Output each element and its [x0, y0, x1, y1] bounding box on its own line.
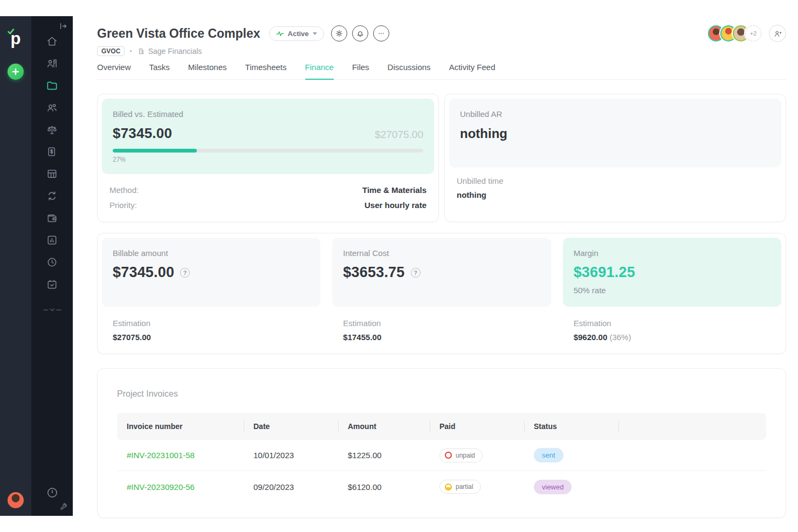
nav-home-icon[interactable]: [46, 35, 58, 47]
col-empty: [618, 421, 766, 432]
margin-estimation-percent: (36%): [609, 333, 631, 342]
tab-milestones[interactable]: Milestones: [188, 63, 227, 79]
tab-timesheets[interactable]: Timesheets: [245, 63, 287, 79]
add-button[interactable]: [8, 64, 24, 80]
nav-team-icon[interactable]: [46, 101, 58, 114]
unbilled-time-value: nothing: [457, 190, 774, 199]
current-user-avatar[interactable]: [8, 492, 24, 508]
invoice-link[interactable]: #INV-20231001-58: [127, 451, 195, 460]
col-invoice-number: Invoice number: [117, 421, 244, 432]
add-member-button[interactable]: [769, 25, 786, 42]
timer-icon[interactable]: [45, 486, 59, 500]
internal-cost-value: $3653.75: [343, 264, 404, 281]
margin-title: Margin: [574, 248, 771, 258]
billable-estimation-label: Estimation: [113, 319, 309, 328]
col-amount: Amount: [338, 421, 430, 432]
invoice-amount: $6120.00: [338, 482, 430, 492]
billed-card-title: Billed vs. Estimated: [113, 109, 423, 119]
tab-finance[interactable]: Finance: [305, 63, 334, 80]
project-status-dropdown[interactable]: Active: [269, 26, 324, 41]
sidebar-rail: p: [0, 16, 31, 516]
col-status: Status: [524, 421, 618, 432]
nav-wallet-icon[interactable]: [46, 212, 58, 224]
invoice-row[interactable]: #INV-20231001-58 10/01/2023 $1225.00 unp…: [117, 440, 766, 471]
col-paid: Paid: [430, 421, 524, 432]
nav-sync-icon[interactable]: [46, 190, 58, 202]
notifications-button[interactable]: [352, 25, 368, 42]
paid-label: partial: [456, 483, 473, 490]
tab-activity-feed[interactable]: Activity Feed: [449, 63, 496, 79]
nav-reports-icon[interactable]: [46, 234, 58, 246]
sidebar-more-icon[interactable]: [42, 306, 63, 314]
margin-estimation-value: $9620.00 (36%): [574, 333, 771, 342]
nav-time-icon[interactable]: [46, 256, 58, 268]
internal-estimation-value: $17455.00: [343, 333, 540, 342]
nav-projects-icon[interactable]: [46, 79, 58, 92]
sidebar-nav: [31, 16, 73, 516]
invoice-row[interactable]: #INV-20230920-56 09/20/2023 $6120.00 par…: [117, 471, 766, 502]
tab-discussions[interactable]: Discussions: [388, 63, 431, 79]
nav-timesheets-icon[interactable]: [46, 168, 58, 180]
nav-clients-icon[interactable]: [46, 57, 58, 70]
gear-icon: [335, 29, 343, 38]
method-value: Time & Materials: [362, 183, 426, 198]
invoice-link[interactable]: #INV-20230920-56: [127, 482, 195, 492]
bell-icon: [356, 29, 364, 38]
logo-leaf-icon: [8, 29, 15, 36]
avatar-overflow-badge[interactable]: +2: [745, 25, 761, 42]
billable-amount-value: $7345.00: [113, 264, 174, 281]
billed-progress-fill: [113, 149, 197, 153]
paid-label: unpaid: [456, 452, 475, 459]
margin-estimation-amount: $9620.00: [574, 333, 608, 342]
sidebar-collapse-icon[interactable]: [59, 16, 73, 31]
internal-cost-title: Internal Cost: [343, 248, 540, 258]
status-badge: viewed: [534, 480, 572, 494]
paid-badge: partial: [439, 480, 481, 494]
tab-tasks[interactable]: Tasks: [149, 63, 170, 79]
metrics-card: Billable amount $7345.00 ? Estimation $2…: [97, 233, 786, 354]
invoices-title: Project Invoices: [117, 389, 766, 399]
billed-percent: 27%: [113, 156, 423, 163]
status-label: Active: [288, 30, 309, 38]
wrench-icon[interactable]: [59, 503, 73, 516]
billable-amount-title: Billable amount: [113, 248, 309, 258]
paid-badge: unpaid: [439, 448, 483, 462]
pulse-icon: [276, 30, 284, 37]
more-options-button[interactable]: [373, 25, 389, 42]
nav-bookings-icon[interactable]: [46, 278, 58, 291]
unbilled-ar-title: Unbilled AR: [460, 109, 771, 119]
internal-estimation-label: Estimation: [343, 319, 540, 328]
building-icon: [137, 47, 145, 55]
client-link[interactable]: Sage Financials: [137, 47, 202, 56]
tab-overview[interactable]: Overview: [97, 63, 131, 79]
chevron-down-icon: [313, 32, 317, 35]
help-icon[interactable]: ?: [180, 268, 190, 278]
billable-amount-block: Billable amount $7345.00 ? Estimation $2…: [102, 238, 320, 342]
project-header: Green Vista Office Complex Active +2: [97, 25, 786, 42]
paymo-logo[interactable]: p: [11, 31, 21, 47]
invoices-table-header: Invoice number Date Amount Paid Status: [117, 413, 766, 440]
project-tabs: Overview Tasks Milestones Timesheets Fin…: [97, 63, 786, 80]
invoice-date: 09/20/2023: [244, 482, 338, 492]
priority-value: User hourly rate: [364, 198, 426, 213]
help-icon[interactable]: ?: [411, 268, 421, 278]
unpaid-icon: [445, 452, 452, 459]
settings-button[interactable]: [331, 25, 347, 42]
margin-estimation-label: Estimation: [574, 319, 771, 328]
project-code-chip: GVOC: [97, 46, 125, 56]
margin-rate: 50% rate: [574, 286, 771, 295]
breadcrumb: GVOC · Sage Financials: [97, 46, 786, 56]
ellipsis-icon: [377, 29, 386, 38]
plus-icon: [12, 68, 19, 75]
unbilled-ar-value: nothing: [460, 126, 771, 141]
margin-value: $3691.25: [574, 264, 635, 281]
person-add-icon: [773, 29, 782, 38]
page-title: Green Vista Office Complex: [97, 26, 260, 41]
client-name: Sage Financials: [148, 47, 202, 56]
nav-balance-icon[interactable]: [46, 123, 58, 136]
col-date: Date: [244, 421, 338, 432]
billed-progress-bar: [113, 149, 423, 153]
billed-vs-estimated-card: Billed vs. Estimated $7345.00 $27075.00 …: [97, 94, 439, 222]
tab-files[interactable]: Files: [352, 63, 369, 79]
nav-invoices-icon[interactable]: [46, 146, 58, 158]
